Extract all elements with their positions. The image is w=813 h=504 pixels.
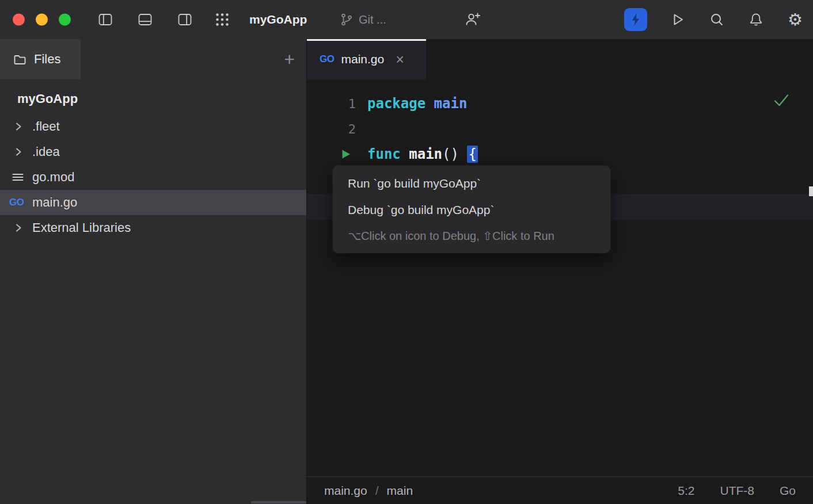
search-icon [709, 12, 725, 28]
code-line-3[interactable]: func main() { [307, 142, 813, 167]
collaborate-button[interactable] [464, 11, 481, 28]
file-encoding[interactable]: UTF-8 [720, 484, 754, 498]
inspections-ok-icon [773, 92, 790, 110]
popup-debug-item[interactable]: Debug `go build myGoApp` [333, 197, 610, 223]
chevron-right-icon [15, 147, 22, 157]
minimize-window-button[interactable] [36, 14, 48, 26]
fleet-window: myGoApp Git ... [0, 0, 813, 504]
popup-hint: ⌥Click on icon to Debug, ⇧Click to Run [333, 223, 610, 249]
toggle-right-panel-button[interactable] [176, 11, 193, 28]
right-panel-icon [177, 12, 193, 28]
code-editor[interactable]: 1 package main 2 func main() { [307, 79, 813, 476]
tree-item-label: go.mod [32, 170, 74, 185]
tree-item-maingo[interactable]: GO main.go [0, 190, 306, 215]
tree-item-project-root[interactable]: myGoApp [0, 84, 306, 114]
breadcrumb-separator: / [375, 484, 379, 498]
scrollbar-thumb[interactable] [809, 186, 813, 196]
titlebar-actions: ⚙ [624, 0, 804, 39]
popup-run-item[interactable]: Run `go build myGoApp` [333, 170, 610, 197]
code-line-2[interactable]: 2 [307, 116, 813, 142]
breadcrumbs: main.go / main [324, 484, 413, 498]
line-gutter [307, 142, 356, 167]
zoom-window-button[interactable] [59, 14, 71, 26]
tab-main-go[interactable]: GO main.go × [307, 39, 426, 79]
lightning-icon [629, 12, 642, 27]
code-line-1[interactable]: 1 package main [307, 91, 813, 116]
horizontal-scrollbar-thumb[interactable] [251, 501, 306, 503]
keyword-token: func [367, 146, 409, 162]
run-triangle-icon [341, 149, 351, 159]
chevron-right-icon [15, 121, 22, 132]
workspace-grid-button[interactable] [214, 11, 231, 28]
folder-icon [13, 52, 26, 66]
package-name-token: main [434, 96, 468, 112]
tree-item-fleet[interactable]: .fleet [0, 114, 306, 139]
tab-files[interactable]: Files [0, 39, 81, 79]
editor-tabbar: GO main.go × [307, 39, 813, 79]
matched-brace-token: { [467, 146, 477, 163]
window-controls [13, 14, 71, 26]
tree-item-gomod[interactable]: go.mod [0, 165, 306, 190]
file-tree: myGoApp .fleet .idea [0, 79, 306, 240]
titlebar: myGoApp Git ... [0, 0, 813, 39]
git-branch-label: Git ... [359, 13, 386, 26]
grid-icon [214, 12, 230, 28]
go-file-icon: GO [320, 54, 334, 65]
tree-item-label: .idea [32, 144, 60, 159]
function-name-token: main [409, 146, 442, 162]
close-tab-icon[interactable]: × [396, 52, 404, 67]
gomod-file-icon [11, 170, 25, 184]
tree-item-label: External Libraries [32, 220, 131, 235]
run-chooser-popup: Run `go build myGoApp` Debug `go build m… [333, 166, 610, 253]
play-icon [670, 12, 686, 28]
notifications-button[interactable] [747, 11, 765, 28]
project-root-label: myGoApp [17, 91, 78, 106]
tree-item-label: main.go [32, 195, 77, 210]
tree-item-idea[interactable]: .idea [0, 139, 306, 165]
bottom-panel-icon [137, 12, 153, 28]
editor-area: GO main.go × 1 package main 2 [307, 39, 813, 504]
statusbar-right: 5:2 UTF-8 Go [678, 484, 796, 498]
project-title: myGoApp [249, 13, 307, 26]
close-window-button[interactable] [13, 14, 25, 26]
run-gutter-button[interactable] [341, 149, 351, 159]
new-tool-tab-button[interactable]: + [284, 50, 295, 68]
statusbar: main.go / main 5:2 UTF-8 Go [307, 476, 813, 504]
punctuation-token: () [442, 146, 467, 162]
code-lines: 1 package main 2 func main() { [307, 79, 813, 167]
add-collaborator-icon [464, 12, 481, 28]
left-panel-icon [97, 12, 113, 28]
gear-icon: ⚙ [788, 12, 803, 28]
toggle-left-panel-button[interactable] [97, 11, 114, 28]
run-button[interactable] [669, 11, 686, 28]
breadcrumb-file[interactable]: main.go [324, 484, 367, 498]
bell-icon [748, 12, 764, 28]
git-branch-button[interactable]: Git ... [340, 0, 386, 39]
files-panel: Files + myGoApp .fleet [0, 39, 307, 504]
tree-item-label: .fleet [32, 119, 60, 134]
toggle-bottom-panel-button[interactable] [136, 11, 154, 28]
git-branch-icon [340, 13, 354, 26]
breadcrumb-scope[interactable]: main [387, 484, 413, 498]
settings-button[interactable]: ⚙ [787, 11, 804, 28]
search-button[interactable] [708, 11, 725, 28]
tab-label: main.go [341, 52, 384, 66]
chevron-right-icon [15, 223, 22, 233]
files-panel-header: Files + [0, 39, 306, 79]
line-number: 2 [307, 116, 356, 142]
file-language[interactable]: Go [780, 484, 796, 498]
tree-item-external-libraries[interactable]: External Libraries [0, 215, 306, 240]
line-number: 1 [307, 91, 356, 116]
go-file-icon: GO [9, 197, 24, 208]
files-tab-label: Files [34, 52, 60, 67]
run-config-button[interactable] [624, 8, 647, 31]
keyword-token: package [367, 96, 434, 112]
panel-toggles [97, 0, 193, 39]
caret-position[interactable]: 5:2 [678, 484, 694, 498]
